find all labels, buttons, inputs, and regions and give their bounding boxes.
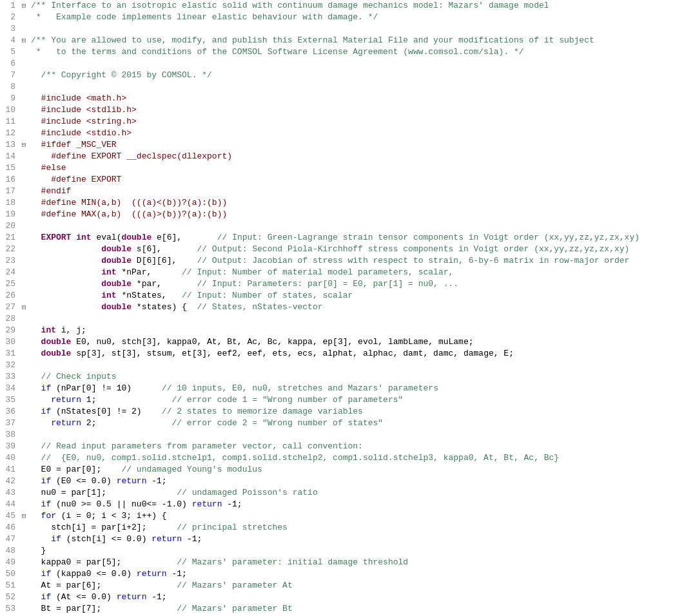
line-number: 23 (0, 255, 19, 267)
code-line: 13⊟ #ifdef _MSC_VER (0, 139, 684, 151)
code-content: #else (28, 162, 684, 174)
line-number: 22 (0, 244, 19, 255)
line-number: 37 (0, 418, 19, 429)
code-content: return 1; // error code 1 = "Wrong numbe… (28, 394, 684, 406)
line-number: 48 (0, 545, 19, 557)
code-line: 4⊟/** You are allowed to use, modify, an… (0, 35, 684, 46)
code-line: 24 int *nPar, // Input: Number of materi… (0, 267, 684, 278)
line-number: 35 (0, 394, 19, 406)
code-line: 7 /** Copyright © 2015 by COMSOL. */ (0, 70, 684, 81)
code-content: // {E0, nu0, comp1.solid.stchelp1, comp1… (28, 452, 684, 464)
line-number: 36 (0, 406, 19, 418)
code-line: 42 if (E0 <= 0.0) return -1; (0, 476, 684, 487)
code-line: 47 if (stch[i] <= 0.0) return -1; (0, 534, 684, 545)
code-content: /** You are allowed to use, modify, and … (28, 35, 684, 46)
code-line: 33 // Check inputs (0, 371, 684, 383)
code-content (28, 429, 684, 441)
code-content (28, 220, 684, 232)
line-number: 5 (0, 46, 19, 58)
code-content: int *nPar, // Input: Number of material … (28, 267, 684, 278)
line-number: 50 (0, 568, 19, 580)
code-line: 5 * to the terms and conditions of the C… (0, 46, 684, 58)
code-content: if (At <= 0.0) return -1; (28, 592, 684, 603)
code-line: 8 (0, 81, 684, 93)
code-content: double E0, nu0, stch[3], kappa0, At, Bt,… (28, 336, 684, 348)
code-content: } (28, 545, 684, 557)
code-line: 44 if (nu0 >= 0.5 || nu0<= -1.0) return … (0, 499, 684, 510)
line-number: 52 (0, 592, 19, 603)
fold-icon[interactable]: ⊟ (19, 302, 28, 313)
line-number: 46 (0, 522, 19, 534)
line-number: 39 (0, 441, 19, 452)
line-number: 53 (0, 603, 19, 615)
code-line: 29 int i, j; (0, 325, 684, 336)
code-line: 19 #define MAX(a,b) (((a)>(b))?(a):(b)) (0, 209, 684, 220)
line-number: 47 (0, 534, 19, 545)
code-line: 10 #include <stdlib.h> (0, 104, 684, 116)
code-content: #define MIN(a,b) (((a)<(b))?(a):(b)) (28, 197, 684, 209)
line-number: 25 (0, 278, 19, 290)
code-content: if (nStates[0] != 2) // 2 states to memo… (28, 406, 684, 418)
code-content: #include <math.h> (28, 93, 684, 104)
line-number: 34 (0, 383, 19, 394)
code-content: if (nu0 >= 0.5 || nu0<= -1.0) return -1; (28, 499, 684, 510)
code-content (28, 23, 684, 35)
line-number: 28 (0, 313, 19, 325)
line-number: 8 (0, 81, 19, 93)
code-line: 9 #include <math.h> (0, 93, 684, 104)
code-content: /** Interface to an isotropic elastic so… (28, 0, 684, 12)
line-number: 15 (0, 162, 19, 174)
code-line: 53 Bt = par[7]; // Mazars' parameter Bt (0, 603, 684, 615)
code-line: 12 #include <stdio.h> (0, 128, 684, 139)
line-number: 9 (0, 93, 19, 104)
code-line: 14 #define EXPORT __declspec(dllexport) (0, 151, 684, 162)
code-content: double s[6], // Output: Second Piola-Kir… (28, 244, 684, 255)
code-content: int i, j; (28, 325, 684, 336)
code-content: stch[i] = par[i+2]; // principal stretch… (28, 522, 684, 534)
code-content: // Check inputs (28, 371, 684, 383)
code-content: double D[6][6], // Output: Jacobian of s… (28, 255, 684, 267)
code-content: #include <stdio.h> (28, 128, 684, 139)
code-line: 31 double sp[3], st[3], stsum, et[3], ee… (0, 348, 684, 360)
code-content: if (nPar[0] != 10) // 10 inputs, E0, nu0… (28, 383, 684, 394)
code-content: nu0 = par[1]; // undamaged Poisson's rat… (28, 487, 684, 499)
line-number: 27 (0, 302, 19, 313)
code-content: #include <string.h> (28, 116, 684, 128)
code-content: if (kappa0 <= 0.0) return -1; (28, 568, 684, 580)
line-number: 38 (0, 429, 19, 441)
code-content: #include <stdlib.h> (28, 104, 684, 116)
fold-icon[interactable]: ⊟ (19, 139, 28, 151)
code-line: 1⊟/** Interface to an isotropic elastic … (0, 0, 684, 12)
code-line: 6 (0, 58, 684, 70)
fold-icon[interactable]: ⊟ (19, 0, 28, 12)
line-number: 4 (0, 35, 19, 46)
line-number: 17 (0, 186, 19, 197)
code-content: double *par, // Input: Parameters: par[0… (28, 278, 684, 290)
line-number: 26 (0, 290, 19, 302)
code-content: if (E0 <= 0.0) return -1; (28, 476, 684, 487)
code-line: 11 #include <string.h> (0, 116, 684, 128)
code-content: return 2; // error code 2 = "Wrong numbe… (28, 418, 684, 429)
code-line: 43 nu0 = par[1]; // undamaged Poisson's … (0, 487, 684, 499)
code-line: 20 (0, 220, 684, 232)
fold-icon[interactable]: ⊟ (19, 510, 28, 522)
code-content: #define MAX(a,b) (((a)>(b))?(a):(b)) (28, 209, 684, 220)
code-content: #define EXPORT (28, 174, 684, 186)
fold-icon[interactable]: ⊟ (19, 35, 28, 46)
line-number: 2 (0, 12, 19, 23)
code-content: kappa0 = par[5]; // Mazars' parameter: i… (28, 557, 684, 568)
code-content: EXPORT int eval(double e[6], // Input: G… (28, 232, 684, 244)
line-number: 49 (0, 557, 19, 568)
code-line: 38 (0, 429, 684, 441)
code-line: 18 #define MIN(a,b) (((a)<(b))?(a):(b)) (0, 197, 684, 209)
code-line: 32 (0, 360, 684, 371)
code-content: for (i = 0; i < 3; i++) { (28, 510, 684, 522)
code-editor: 1⊟/** Interface to an isotropic elastic … (0, 0, 684, 616)
code-content: if (stch[i] <= 0.0) return -1; (28, 534, 684, 545)
line-number: 14 (0, 151, 19, 162)
line-number: 3 (0, 23, 19, 35)
line-number: 24 (0, 267, 19, 278)
line-number: 51 (0, 580, 19, 592)
line-number: 45 (0, 510, 19, 522)
line-number: 19 (0, 209, 19, 220)
